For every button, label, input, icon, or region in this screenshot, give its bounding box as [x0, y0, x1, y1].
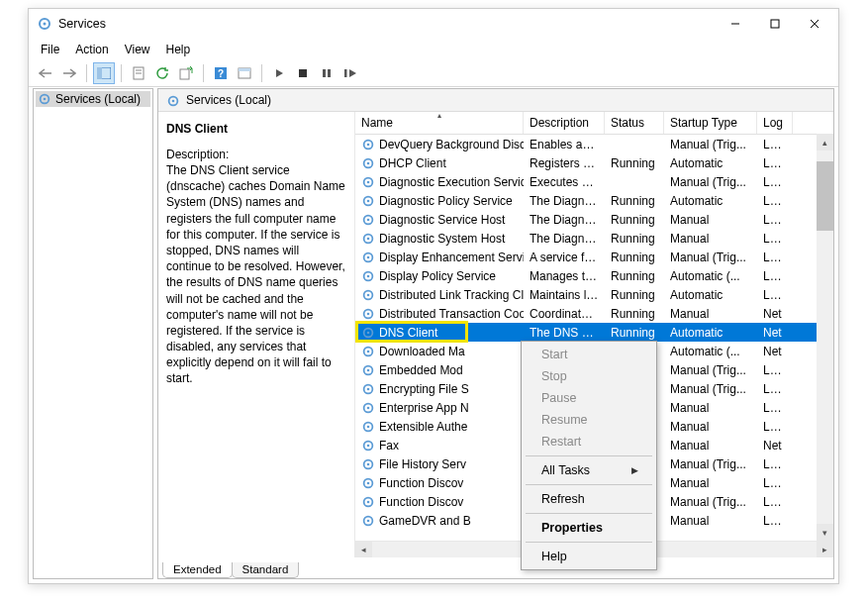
svg-rect-3 — [771, 20, 779, 28]
service-logon-cell: Net — [757, 439, 793, 453]
service-desc-cell: Executes di... — [524, 175, 605, 189]
forward-button[interactable] — [58, 62, 80, 84]
context-menu: Start Stop Pause Resume Restart All Task… — [521, 341, 657, 570]
service-row[interactable]: Diagnostic System HostThe Diagno...Runni… — [355, 229, 833, 248]
panel-body: DNS Client Description: The DNS Client s… — [158, 112, 833, 557]
service-gear-icon — [361, 439, 375, 453]
service-gear-icon — [361, 457, 375, 471]
service-startup-cell: Manual — [664, 420, 757, 434]
service-name-cell: Diagnostic Execution Service — [355, 175, 524, 189]
service-name-text: Enterprise App N — [379, 401, 469, 415]
ctx-refresh[interactable]: Refresh — [524, 488, 654, 510]
body-area: Services (Local) Services (Local) DNS Cl… — [33, 88, 834, 579]
service-startup-cell: Manual (Trig... — [664, 363, 757, 377]
service-row[interactable]: DevQuery Background Disc...Enables app..… — [355, 135, 833, 153]
service-gear-icon — [361, 420, 375, 434]
service-startup-cell: Manual (Trig... — [664, 382, 757, 396]
service-row[interactable]: DHCP ClientRegisters an...RunningAutomat… — [355, 153, 833, 172]
pause-service-button[interactable] — [316, 62, 338, 84]
close-button[interactable] — [795, 10, 834, 38]
service-status-cell: Running — [605, 213, 664, 227]
menu-file[interactable]: File — [35, 41, 65, 58]
properties-button[interactable] — [128, 62, 149, 84]
service-desc-cell: Manages th... — [524, 269, 605, 283]
service-name-cell: Distributed Link Tracking Cli... — [355, 288, 524, 302]
service-row[interactable]: Distributed Link Tracking Cli...Maintain… — [355, 285, 833, 304]
ctx-properties[interactable]: Properties — [524, 517, 654, 539]
ctx-restart[interactable]: Restart — [524, 431, 654, 453]
back-button[interactable] — [35, 62, 56, 84]
export-button[interactable] — [175, 62, 197, 84]
console-button[interactable] — [234, 62, 255, 84]
service-row[interactable]: Diagnostic Policy ServiceThe Diagno...Ru… — [355, 191, 833, 210]
service-name-text: Downloaded Ma — [379, 345, 465, 358]
service-desc-cell: Registers an... — [524, 156, 605, 170]
tree-node-services-local[interactable]: Services (Local) — [36, 91, 150, 107]
help-button[interactable]: ? — [210, 62, 232, 84]
panel-header-label: Services (Local) — [186, 93, 271, 107]
service-name-cell: Fax — [355, 439, 524, 453]
stop-service-button[interactable] — [292, 62, 314, 84]
service-startup-cell: Automatic — [664, 288, 757, 302]
scroll-up-button[interactable]: ▴ — [817, 134, 833, 151]
service-startup-cell: Automatic (... — [664, 269, 757, 283]
service-name-text: Diagnostic Service Host — [379, 213, 505, 227]
svg-point-65 — [367, 519, 370, 522]
ctx-pause[interactable]: Pause — [524, 387, 654, 409]
service-gear-icon — [361, 156, 375, 170]
service-row[interactable]: Display Enhancement ServiceA service fo.… — [355, 248, 833, 266]
service-status-cell: Running — [605, 156, 664, 170]
services-app-icon — [37, 16, 52, 32]
tab-standard[interactable]: Standard — [232, 562, 300, 578]
column-header-startup[interactable]: Startup Type — [664, 112, 757, 134]
service-gear-icon — [361, 232, 375, 246]
svg-point-37 — [367, 255, 370, 258]
ctx-start[interactable]: Start — [524, 344, 654, 365]
service-row[interactable]: Display Policy ServiceManages th...Runni… — [355, 266, 833, 285]
menu-action[interactable]: Action — [69, 41, 114, 58]
maximize-button[interactable] — [755, 10, 795, 38]
service-startup-cell: Manual (Trig... — [664, 251, 757, 264]
restart-service-button[interactable] — [339, 62, 361, 84]
service-row[interactable]: Distributed Transaction Coo...Coordinate… — [355, 304, 833, 323]
service-name-cell: Encrypting File S — [355, 382, 524, 396]
service-name-cell: Function Discov — [355, 476, 524, 490]
start-service-button[interactable] — [268, 62, 290, 84]
minimize-button[interactable] — [716, 10, 755, 38]
service-name-text: Function Discov — [379, 476, 463, 490]
scroll-right-button[interactable]: ▸ — [817, 542, 833, 558]
column-header-description[interactable]: Description — [524, 112, 605, 134]
service-name-text: File History Serv — [379, 457, 466, 471]
vertical-scrollbar[interactable]: ▴ ▾ — [817, 134, 833, 541]
service-row[interactable]: DNS ClientThe DNS Cli...RunningAutomatic… — [355, 323, 833, 342]
service-logon-cell: Loca — [757, 213, 793, 227]
menu-help[interactable]: Help — [160, 41, 197, 58]
service-name-text: Display Policy Service — [379, 269, 496, 283]
tab-extended[interactable]: Extended — [162, 562, 233, 578]
service-status-cell: Running — [605, 269, 664, 283]
scroll-thumb[interactable] — [817, 161, 833, 231]
scroll-left-button[interactable]: ◂ — [355, 542, 372, 558]
service-name-text: Extensible Authe — [379, 420, 467, 434]
svg-point-59 — [367, 462, 370, 465]
tree-pane[interactable]: Services (Local) — [33, 88, 153, 579]
service-row[interactable]: Diagnostic Service HostThe Diagno...Runn… — [355, 210, 833, 229]
scroll-down-button[interactable]: ▾ — [817, 524, 833, 541]
refresh-button[interactable] — [151, 62, 173, 84]
column-header-name[interactable]: Name▴ — [355, 112, 524, 134]
svg-rect-7 — [97, 67, 102, 79]
column-header-status[interactable]: Status — [605, 112, 664, 134]
column-header-logon[interactable]: Log — [757, 112, 793, 134]
service-startup-cell: Manual — [664, 213, 757, 227]
ctx-help[interactable]: Help — [524, 546, 654, 567]
menu-view[interactable]: View — [119, 41, 156, 58]
ctx-resume[interactable]: Resume — [524, 409, 654, 431]
ctx-all-tasks[interactable]: All Tasks▶ — [524, 459, 654, 481]
service-startup-cell: Automatic — [664, 326, 757, 340]
ctx-stop[interactable]: Stop — [524, 365, 654, 387]
service-logon-cell: Net — [757, 326, 793, 340]
service-startup-cell: Manual — [664, 307, 757, 321]
show-hide-tree-button[interactable] — [93, 62, 115, 84]
service-row[interactable]: Diagnostic Execution ServiceExecutes di.… — [355, 172, 833, 191]
service-gear-icon — [361, 345, 375, 358]
